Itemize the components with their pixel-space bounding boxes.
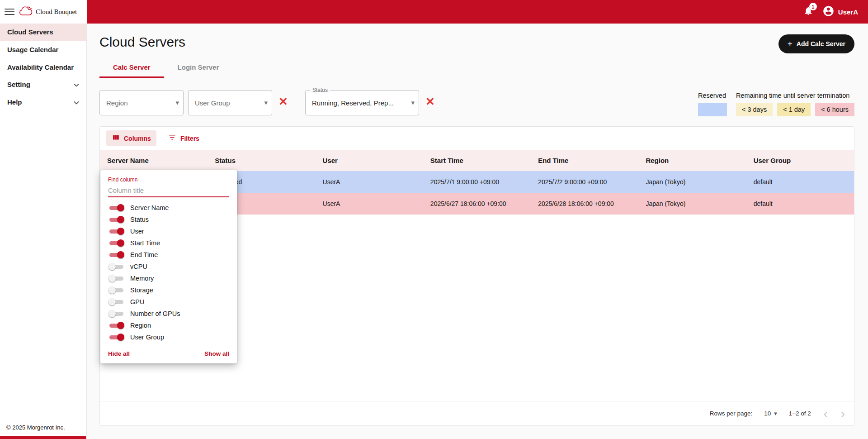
sidebar-item-usage-calendar[interactable]: Usage Calendar <box>0 41 86 59</box>
status-filter-value: Running, Reserved, Prep... <box>312 99 394 107</box>
sidebar-item-setting[interactable]: Setting <box>0 76 86 94</box>
toggle-switch[interactable] <box>108 204 125 212</box>
notifications-button[interactable]: 1 <box>803 6 813 18</box>
region-filter-select[interactable]: Region ▾ <box>99 90 184 115</box>
column-toggle-gpu[interactable]: GPU <box>100 296 237 308</box>
reserved-color-swatch <box>698 103 727 116</box>
toggle-switch[interactable] <box>108 310 125 318</box>
user-menu[interactable]: UserA <box>822 5 858 19</box>
status-filter-label: Status <box>310 87 330 93</box>
tab-calc-server[interactable]: Calc Server <box>99 58 164 78</box>
cell-region: Japan (Tokyo) <box>638 193 746 215</box>
rows-per-page-label: Rows per page: <box>710 410 753 417</box>
remaining-time-title: Remaining time until server termination <box>736 92 854 99</box>
clear-status-filter-button[interactable]: ✕ <box>424 96 437 107</box>
cell-end-time: 2025/6/28 18:06:00 +09:00 <box>531 193 638 215</box>
chevron-down-icon: ▾ <box>175 99 179 107</box>
sidebar: Cloud Servers Usage Calendar Availabilit… <box>0 24 87 439</box>
filters-button[interactable]: Filters <box>163 130 205 146</box>
toggle-switch[interactable] <box>108 262 125 271</box>
clear-region-group-filter-button[interactable]: ✕ <box>277 96 290 107</box>
toggle-switch[interactable] <box>108 321 125 329</box>
filter-list-icon <box>168 134 176 143</box>
next-page-button[interactable]: › <box>840 408 846 420</box>
add-calc-server-label: Add Calc Server <box>797 40 845 48</box>
columns-button-label: Columns <box>124 135 151 142</box>
toggle-switch[interactable] <box>108 251 125 259</box>
cell-start-time: 2025/6/27 18:06:00 +09:00 <box>423 193 531 215</box>
toggle-switch[interactable] <box>108 227 125 235</box>
toggle-switch[interactable] <box>108 239 125 247</box>
legend-reserved: Reserved <box>698 92 727 116</box>
legend: Reserved Remaining time until server ter… <box>698 90 854 116</box>
column-toggle-number-of-gpus[interactable]: Number of GPUs <box>100 308 237 320</box>
chip-1-day: < 1 day <box>777 103 811 116</box>
col-header-user[interactable]: User <box>316 150 423 171</box>
column-toggle-region[interactable]: Region <box>100 320 237 331</box>
copyright-text: © 2025 Morgenrot Inc. <box>6 424 65 431</box>
toggle-switch[interactable] <box>108 215 125 224</box>
bell-icon <box>803 10 813 17</box>
column-toggle-storage[interactable]: Storage <box>100 284 237 296</box>
chip-3-days: < 3 days <box>736 103 773 116</box>
reserved-legend-label: Reserved <box>698 92 727 99</box>
status-filter-select[interactable]: Status Running, Reserved, Prep... ▾ <box>305 90 419 115</box>
topbar: Cloud Bouquet 1 UserA <box>0 0 868 24</box>
topbar-brand-area: Cloud Bouquet <box>0 0 87 24</box>
chevron-down-icon: ▾ <box>411 99 415 107</box>
column-toggle-status[interactable]: Status <box>100 214 237 225</box>
add-calc-server-button[interactable]: + Add Calc Server <box>778 34 854 53</box>
col-header-user-group[interactable]: User Group <box>746 150 854 171</box>
toggle-switch[interactable] <box>108 298 125 306</box>
sidebar-item-label: Usage Calendar <box>7 46 58 54</box>
menu-icon[interactable] <box>5 9 14 15</box>
toggle-switch[interactable] <box>108 274 125 282</box>
column-toggle-user[interactable]: User <box>100 225 237 237</box>
previous-page-button[interactable]: ‹ <box>823 408 829 420</box>
find-column-input[interactable] <box>108 184 229 197</box>
sidebar-item-cloud-servers[interactable]: Cloud Servers <box>0 24 86 41</box>
show-all-button[interactable]: Show all <box>204 350 229 357</box>
column-toggle-start-time[interactable]: Start Time <box>100 237 237 249</box>
column-toggle-end-time[interactable]: End Time <box>100 249 237 261</box>
chevron-down-icon <box>74 98 79 107</box>
toggle-switch[interactable] <box>108 286 125 294</box>
column-toggle-user-group[interactable]: User Group <box>100 331 237 343</box>
cell-user: UserA <box>316 171 423 193</box>
chevron-down-icon: ▾ <box>774 410 777 417</box>
chevron-down-icon: ▾ <box>264 99 268 107</box>
sidebar-item-help[interactable]: Help <box>0 94 86 111</box>
columns-popover-footer: Hide all Show all <box>100 343 237 362</box>
rows-per-page-select[interactable]: 10 ▾ <box>764 410 777 417</box>
col-header-status[interactable]: Status <box>208 150 315 171</box>
column-toggle-memory[interactable]: Memory <box>100 272 237 284</box>
table-header-row: Server Name Status User Start Time End T… <box>100 150 854 171</box>
sidebar-item-label: Cloud Servers <box>7 28 53 37</box>
column-toggle-server-name[interactable]: Server Name <box>100 202 237 214</box>
columns-popover: Find column Server Name Status User Star… <box>100 170 237 363</box>
sidebar-item-availability-calendar[interactable]: Availability Calendar <box>0 59 86 76</box>
chevron-down-icon <box>74 81 79 89</box>
col-header-server-name[interactable]: Server Name <box>100 150 208 171</box>
col-header-start-time[interactable]: Start Time <box>423 150 531 171</box>
plus-icon: + <box>788 39 793 49</box>
columns-button[interactable]: Columns <box>106 130 156 146</box>
cell-end-time: 2025/7/2 9:00:00 +09:00 <box>531 171 638 193</box>
app-logo[interactable]: Cloud Bouquet <box>19 5 77 19</box>
cell-start-time: 2025/7/1 9:00:00 +09:00 <box>423 171 531 193</box>
toggle-switch[interactable] <box>108 333 125 341</box>
username-label: UserA <box>838 8 858 16</box>
hide-all-button[interactable]: Hide all <box>108 350 130 357</box>
tab-login-server[interactable]: Login Server <box>164 58 233 78</box>
remaining-time-chips: < 3 days < 1 day < 6 hours <box>736 103 854 116</box>
server-tabs: Calc Server Login Server <box>99 58 854 78</box>
col-header-region[interactable]: Region <box>638 150 746 171</box>
filter-row: Region ▾ User Group ▾ ✕ Status Running, … <box>87 78 868 126</box>
user-group-filter-select[interactable]: User Group ▾ <box>188 90 272 115</box>
user-group-filter-value: User Group <box>195 99 230 107</box>
sidebar-item-label: Availability Calendar <box>7 63 74 72</box>
col-header-end-time[interactable]: End Time <box>531 150 638 171</box>
bottom-red-strip <box>0 436 86 439</box>
brand-name: Cloud Bouquet <box>36 8 77 16</box>
column-toggle-vcpu[interactable]: vCPU <box>100 261 237 272</box>
